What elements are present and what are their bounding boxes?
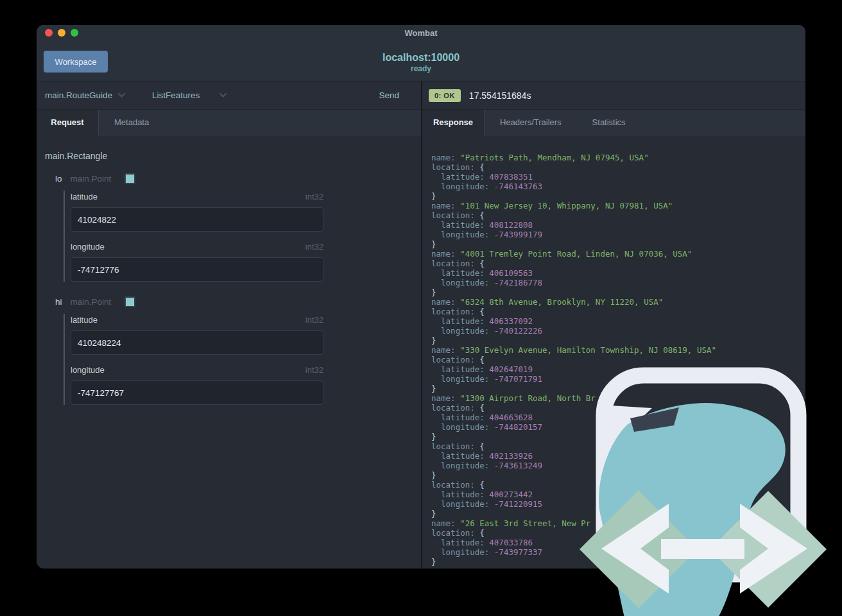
request-form: main.Rectangle lo main.Point latitude bbox=[37, 135, 421, 405]
request-toolbar: main.RouteGuide ListFeatures Send bbox=[37, 81, 421, 110]
tab-statistics[interactable]: Statistics bbox=[577, 110, 641, 135]
response-line: } bbox=[431, 287, 805, 297]
message-type-label: main.Rectangle bbox=[45, 151, 421, 161]
field-label: longitude bbox=[71, 242, 105, 252]
field-label: longitude bbox=[71, 365, 105, 375]
tab-response[interactable]: Response bbox=[422, 110, 485, 135]
response-output[interactable]: name: "Patriots Path, Mendham, NJ 07945,… bbox=[422, 135, 805, 568]
response-line: latitude: 406337092 bbox=[431, 316, 805, 326]
response-line: longitude: -746143763 bbox=[431, 182, 805, 191]
request-pane: main.RouteGuide ListFeatures Send Reques… bbox=[37, 81, 421, 568]
response-content: name: "Patriots Path, Mendham, NJ 07945,… bbox=[422, 135, 805, 568]
response-tabbar: Response Headers/Trailers Statistics bbox=[422, 110, 805, 135]
tab-request[interactable]: Request bbox=[37, 110, 99, 135]
lo-checkbox[interactable] bbox=[125, 173, 135, 184]
method-select-value: ListFeatures bbox=[152, 90, 200, 100]
response-line: location: { bbox=[431, 355, 805, 364]
response-line: longitude: -747071791 bbox=[431, 374, 805, 384]
latitude-field: latitude int32 bbox=[71, 314, 323, 355]
response-line: location: { bbox=[431, 210, 805, 220]
field-type: int32 bbox=[305, 192, 323, 201]
request-content: main.Rectangle lo main.Point latitude bbox=[37, 135, 421, 568]
response-line: name: "101 New Jersey 10, Whippany, NJ 0… bbox=[431, 201, 805, 210]
response-pane: 0: OK 17.554151684s Response Headers/Tra… bbox=[421, 81, 805, 568]
group-name: hi bbox=[55, 297, 62, 307]
response-line: location: { bbox=[431, 480, 805, 490]
field-type: int32 bbox=[305, 365, 323, 375]
field-label: latitude bbox=[71, 315, 98, 325]
connection-info: localhost:10000 ready bbox=[37, 51, 805, 74]
group-name: lo bbox=[55, 174, 62, 184]
field-label: latitude bbox=[71, 192, 98, 201]
response-toolbar: 0: OK 17.554151684s bbox=[422, 81, 805, 110]
response-line: longitude: -744820157 bbox=[431, 422, 805, 432]
response-line: name: "1300 Airport Road, North Br bbox=[431, 393, 805, 403]
response-line: longitude: -742186778 bbox=[431, 278, 805, 287]
group-type: main.Point bbox=[71, 297, 112, 307]
longitude-field: longitude int32 bbox=[71, 241, 323, 282]
hi-longitude-input[interactable] bbox=[71, 381, 323, 405]
response-line: } bbox=[431, 470, 805, 480]
workspace-button[interactable]: Workspace bbox=[44, 51, 108, 73]
response-line: } bbox=[431, 557, 805, 567]
hi-checkbox[interactable] bbox=[125, 296, 135, 307]
response-line: latitude: 404663628 bbox=[431, 413, 805, 422]
lo-longitude-input[interactable] bbox=[71, 257, 323, 282]
latitude-field: latitude int32 bbox=[71, 191, 323, 232]
method-select[interactable]: ListFeatures bbox=[152, 90, 227, 100]
response-line: latitude: 408122808 bbox=[431, 220, 805, 230]
field-type: int32 bbox=[305, 315, 323, 325]
send-button[interactable]: Send bbox=[379, 90, 399, 100]
request-tabbar: Request Metadata bbox=[37, 110, 421, 135]
tab-headers-trailers[interactable]: Headers/Trailers bbox=[485, 110, 577, 135]
response-line: longitude: -743977337 bbox=[431, 547, 805, 557]
group-type: main.Point bbox=[71, 174, 112, 184]
response-line: location: { bbox=[431, 259, 805, 268]
response-line: } bbox=[431, 336, 805, 345]
field-group-hi: hi main.Point latitude int32 bbox=[45, 296, 421, 405]
window-header: Wombat localhost:10000 ready Workspace bbox=[37, 25, 805, 81]
service-select[interactable]: main.RouteGuide bbox=[45, 90, 125, 100]
hi-latitude-input[interactable] bbox=[71, 330, 323, 355]
app-window: Wombat localhost:10000 ready Workspace m… bbox=[37, 25, 805, 569]
response-line: latitude: 406109563 bbox=[431, 268, 805, 278]
field-type: int32 bbox=[305, 242, 323, 252]
response-line: latitude: 402647019 bbox=[431, 364, 805, 374]
service-select-value: main.RouteGuide bbox=[45, 90, 112, 100]
response-line: latitude: 407838351 bbox=[431, 172, 805, 182]
field-group-lo: lo main.Point latitude int32 bbox=[45, 173, 421, 282]
response-line: location: { bbox=[431, 441, 805, 451]
response-line: longitude: -741220915 bbox=[431, 499, 805, 509]
chevron-down-icon bbox=[219, 93, 227, 98]
response-line: name: "6324 8th Avenue, Brooklyn, NY 112… bbox=[431, 297, 805, 307]
response-line: location: { bbox=[431, 528, 805, 538]
response-line: location: { bbox=[431, 162, 805, 172]
response-line: } bbox=[431, 191, 805, 201]
response-line: } bbox=[431, 384, 805, 393]
response-line: location: { bbox=[431, 307, 805, 316]
response-line: } bbox=[431, 432, 805, 441]
response-line: latitude: 400273442 bbox=[431, 490, 805, 499]
response-line: name: "26 East 3rd Street, New Pr bbox=[431, 518, 805, 528]
response-line: location: { bbox=[431, 403, 805, 413]
response-line: name: "Patriots Path, Mendham, NJ 07945,… bbox=[431, 153, 805, 162]
response-line: longitude: -743613249 bbox=[431, 461, 805, 470]
response-line: longitude: -743999179 bbox=[431, 230, 805, 239]
connection-host: localhost:10000 bbox=[37, 51, 805, 64]
status-badge: 0: OK bbox=[429, 89, 461, 102]
window-title: Wombat bbox=[37, 28, 805, 38]
response-line: } bbox=[431, 509, 805, 518]
response-line: } bbox=[431, 239, 805, 249]
lo-latitude-input[interactable] bbox=[71, 207, 323, 232]
duration-text: 17.554151684s bbox=[469, 90, 531, 101]
connection-status: ready bbox=[37, 64, 805, 74]
response-line: name: "330 Evelyn Avenue, Hamilton Towns… bbox=[431, 345, 805, 355]
response-line: latitude: 407033786 bbox=[431, 538, 805, 547]
response-line: longitude: -740122226 bbox=[431, 326, 805, 336]
longitude-field: longitude int32 bbox=[71, 364, 323, 405]
tab-metadata[interactable]: Metadata bbox=[99, 110, 164, 135]
response-line: name: "4001 Tremley Point Road, Linden, … bbox=[431, 249, 805, 259]
response-line: latitude: 402133926 bbox=[431, 451, 805, 461]
chevron-down-icon bbox=[118, 93, 125, 98]
